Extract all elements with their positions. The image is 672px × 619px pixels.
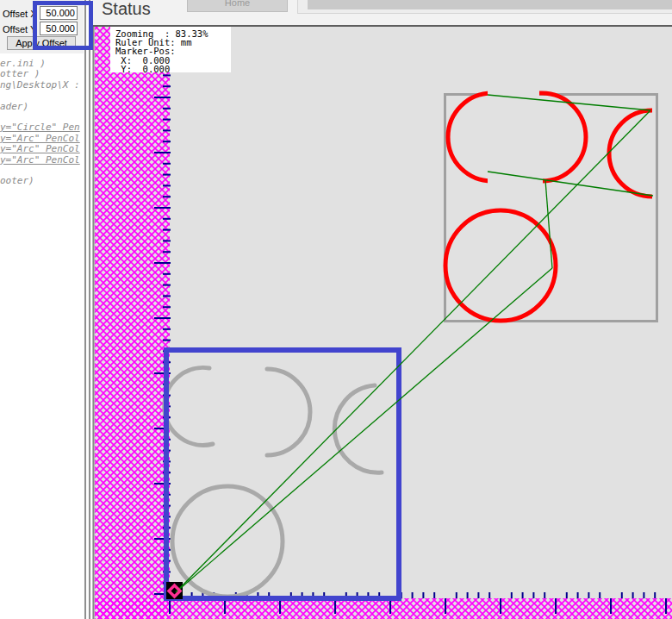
code-line: otter ) bbox=[0, 69, 84, 79]
sidebar: Offset X Offset Y Apply Offset er.ini )o… bbox=[0, 0, 84, 619]
home-button[interactable]: Home bbox=[187, 0, 288, 12]
hpgl-code-panel: er.ini )otter )ng\Desktop\X :ader)y="Cir… bbox=[0, 59, 84, 619]
code-line[interactable]: y="Arc" PenCol bbox=[0, 155, 84, 166]
divider-line bbox=[89, 0, 90, 619]
margin-hatch-bottom bbox=[95, 598, 672, 619]
offset-x-input[interactable] bbox=[40, 6, 78, 20]
divider-line bbox=[84, 0, 86, 619]
top-bar: Status Home bbox=[92, 0, 672, 27]
page-background bbox=[92, 27, 672, 619]
marker-y-readout: Y: 0.000 bbox=[115, 65, 231, 73]
offset-y-input[interactable] bbox=[40, 22, 78, 35]
offset-y-label: Offset Y bbox=[3, 24, 36, 34]
plot-canvas[interactable] bbox=[92, 27, 672, 619]
code-line: ader) bbox=[0, 102, 84, 112]
code-line[interactable]: y="Arc" PenCol bbox=[0, 144, 84, 154]
offset-x-label: Offset X bbox=[3, 9, 37, 19]
code-line[interactable]: y="Circle" Pen bbox=[0, 122, 84, 133]
app-window: Offset X Offset Y Apply Offset er.ini )o… bbox=[0, 0, 672, 619]
offset-panel: Offset X Offset Y Apply Offset bbox=[0, 0, 84, 53]
toolbar-panel bbox=[297, 0, 672, 14]
status-tab-title: Status bbox=[102, 0, 151, 19]
home-button-label: Home bbox=[225, 0, 250, 8]
code-line: ooter) bbox=[0, 176, 84, 186]
sidebar-divider bbox=[84, 0, 92, 619]
code-line bbox=[0, 91, 84, 101]
toolbar-inner-bar bbox=[308, 0, 672, 9]
code-line: ng\Desktop\X : bbox=[0, 80, 84, 91]
apply-offset-button[interactable]: Apply Offset bbox=[7, 36, 76, 50]
status-info-box: Zooming : 83.33% Ruler Unit: mm Marker-P… bbox=[110, 27, 231, 72]
margin-hatch-left bbox=[95, 27, 170, 619]
pen-gap bbox=[488, 176, 543, 185]
